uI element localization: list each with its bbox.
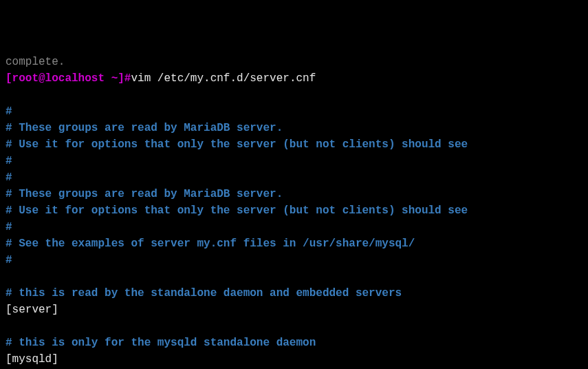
cnf-comment: # See the examples of server my.cnf file… — [6, 238, 415, 250]
cnf-comment: # Use it for options that only the serve… — [6, 204, 468, 217]
cnf-comment: # — [6, 254, 12, 266]
cnf-comment: # — [6, 105, 12, 118]
cnf-comment: # this is read by the standalone daemon … — [6, 287, 402, 299]
cnf-comment: # — [6, 221, 12, 233]
cnf-comment: # — [6, 155, 12, 167]
shell-prompt: [root@localhost ~]# — [6, 72, 131, 85]
cnf-comment: # These groups are read by MariaDB serve… — [6, 122, 283, 134]
cnf-comment: # Use it for options that only the serve… — [6, 138, 468, 151]
cnf-comment: # These groups are read by MariaDB serve… — [6, 188, 283, 200]
shell-command: vim /etc/my.cnf.d/server.cnf — [131, 72, 316, 85]
cnf-comment: # this is only for the mysqld standalone… — [6, 337, 316, 349]
prev-line-fragment: complete. — [6, 56, 65, 68]
cnf-section-server: [server] — [6, 304, 58, 316]
cnf-section-mysqld: [mysqld] — [6, 353, 58, 366]
cnf-comment: # — [6, 171, 12, 184]
